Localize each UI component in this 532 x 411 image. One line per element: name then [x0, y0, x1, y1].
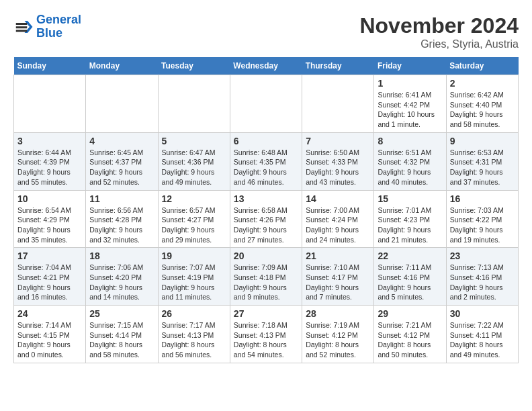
day-number: 20: [234, 250, 298, 261]
logo-icon: [13, 17, 34, 37]
day-info: Sunrise: 7:07 AM Sunset: 4:19 PM Dayligh…: [162, 263, 226, 302]
day-number: 17: [17, 250, 82, 261]
day-info: Sunrise: 6:56 AM Sunset: 4:28 PM Dayligh…: [89, 205, 154, 245]
day-number: 27: [234, 308, 298, 319]
day-cell: 25Sunrise: 7:15 AM Sunset: 4:14 PM Dayli…: [86, 306, 158, 363]
day-cell: 12Sunrise: 6:57 AM Sunset: 4:27 PM Dayli…: [158, 190, 230, 248]
day-info: Sunrise: 6:45 AM Sunset: 4:37 PM Dayligh…: [89, 148, 154, 187]
day-cell: 24Sunrise: 7:14 AM Sunset: 4:15 PM Dayli…: [14, 306, 86, 363]
day-number: 23: [450, 250, 515, 261]
day-cell: 21Sunrise: 7:10 AM Sunset: 4:17 PM Dayli…: [302, 248, 374, 306]
day-number: 8: [378, 136, 442, 146]
day-info: Sunrise: 7:00 AM Sunset: 4:24 PM Dayligh…: [306, 205, 370, 245]
day-cell: 10Sunrise: 6:54 AM Sunset: 4:29 PM Dayli…: [14, 190, 86, 248]
day-number: 22: [378, 250, 442, 261]
day-info: Sunrise: 6:48 AM Sunset: 4:35 PM Dayligh…: [234, 148, 298, 187]
day-cell: [86, 75, 158, 133]
logo-line2: Blue: [36, 26, 62, 40]
day-number: 24: [17, 308, 82, 319]
day-cell: [158, 75, 230, 133]
day-cell: 11Sunrise: 6:56 AM Sunset: 4:28 PM Dayli…: [86, 190, 158, 248]
day-number: 7: [306, 136, 370, 146]
day-cell: 7Sunrise: 6:50 AM Sunset: 4:33 PM Daylig…: [302, 132, 374, 190]
day-info: Sunrise: 7:11 AM Sunset: 4:16 PM Dayligh…: [378, 263, 442, 302]
day-info: Sunrise: 7:19 AM Sunset: 4:12 PM Dayligh…: [306, 320, 370, 360]
day-cell: 13Sunrise: 6:58 AM Sunset: 4:26 PM Dayli…: [230, 190, 302, 248]
day-cell: 6Sunrise: 6:48 AM Sunset: 4:35 PM Daylig…: [230, 132, 302, 190]
day-info: Sunrise: 7:10 AM Sunset: 4:17 PM Dayligh…: [306, 263, 370, 302]
day-cell: 5Sunrise: 6:47 AM Sunset: 4:36 PM Daylig…: [158, 132, 230, 190]
day-number: 16: [450, 193, 515, 204]
day-info: Sunrise: 7:21 AM Sunset: 4:12 PM Dayligh…: [378, 320, 442, 360]
page-header: General Blue November 2024 Gries, Styria…: [13, 13, 519, 50]
day-info: Sunrise: 6:57 AM Sunset: 4:27 PM Dayligh…: [162, 205, 226, 245]
day-info: Sunrise: 6:47 AM Sunset: 4:36 PM Dayligh…: [162, 148, 226, 187]
day-cell: 3Sunrise: 6:44 AM Sunset: 4:39 PM Daylig…: [14, 132, 86, 190]
day-info: Sunrise: 7:22 AM Sunset: 4:11 PM Dayligh…: [450, 320, 515, 360]
day-info: Sunrise: 7:17 AM Sunset: 4:13 PM Dayligh…: [162, 320, 226, 360]
day-cell: 2Sunrise: 6:42 AM Sunset: 4:40 PM Daylig…: [446, 75, 518, 133]
day-info: Sunrise: 6:42 AM Sunset: 4:40 PM Dayligh…: [450, 90, 515, 130]
day-cell: 8Sunrise: 6:51 AM Sunset: 4:32 PM Daylig…: [374, 132, 446, 190]
day-cell: 28Sunrise: 7:19 AM Sunset: 4:12 PM Dayli…: [302, 306, 374, 363]
day-cell: 30Sunrise: 7:22 AM Sunset: 4:11 PM Dayli…: [446, 306, 518, 363]
day-number: 28: [306, 308, 370, 319]
day-number: 2: [450, 78, 515, 89]
day-cell: 16Sunrise: 7:03 AM Sunset: 4:22 PM Dayli…: [446, 190, 518, 248]
day-info: Sunrise: 7:04 AM Sunset: 4:21 PM Dayligh…: [17, 263, 82, 302]
day-number: 29: [378, 308, 442, 319]
day-number: 4: [89, 136, 154, 146]
day-number: 1: [378, 78, 442, 89]
day-info: Sunrise: 7:13 AM Sunset: 4:16 PM Dayligh…: [450, 263, 515, 302]
day-cell: 26Sunrise: 7:17 AM Sunset: 4:13 PM Dayli…: [158, 306, 230, 363]
day-cell: 29Sunrise: 7:21 AM Sunset: 4:12 PM Dayli…: [374, 306, 446, 363]
day-info: Sunrise: 7:03 AM Sunset: 4:22 PM Dayligh…: [450, 205, 515, 245]
header-saturday: Saturday: [446, 57, 518, 75]
logo: General Blue: [13, 13, 81, 40]
day-number: 26: [162, 308, 226, 319]
day-cell: 18Sunrise: 7:06 AM Sunset: 4:20 PM Dayli…: [86, 248, 158, 306]
day-cell: 4Sunrise: 6:45 AM Sunset: 4:37 PM Daylig…: [86, 132, 158, 190]
calendar-title: November 2024: [359, 13, 519, 38]
day-info: Sunrise: 6:51 AM Sunset: 4:32 PM Dayligh…: [378, 148, 442, 187]
day-info: Sunrise: 7:15 AM Sunset: 4:14 PM Dayligh…: [89, 320, 154, 360]
day-number: 30: [450, 308, 515, 319]
day-number: 19: [162, 250, 226, 261]
day-cell: 15Sunrise: 7:01 AM Sunset: 4:23 PM Dayli…: [374, 190, 446, 248]
day-cell: 27Sunrise: 7:18 AM Sunset: 4:13 PM Dayli…: [230, 306, 302, 363]
day-info: Sunrise: 6:58 AM Sunset: 4:26 PM Dayligh…: [234, 205, 298, 245]
day-info: Sunrise: 6:53 AM Sunset: 4:31 PM Dayligh…: [450, 148, 515, 187]
header-monday: Monday: [86, 57, 158, 75]
week-row-3: 10Sunrise: 6:54 AM Sunset: 4:29 PM Dayli…: [14, 190, 519, 248]
title-block: November 2024 Gries, Styria, Austria: [359, 13, 519, 50]
header-thursday: Thursday: [302, 57, 374, 75]
svg-rect-3: [16, 26, 28, 28]
day-number: 6: [234, 136, 298, 146]
day-cell: 19Sunrise: 7:07 AM Sunset: 4:19 PM Dayli…: [158, 248, 230, 306]
header-sunday: Sunday: [14, 57, 86, 75]
day-number: 14: [306, 193, 370, 204]
header-tuesday: Tuesday: [158, 57, 230, 75]
day-cell: 20Sunrise: 7:09 AM Sunset: 4:18 PM Dayli…: [230, 248, 302, 306]
day-number: 5: [162, 136, 226, 146]
header-row: SundayMondayTuesdayWednesdayThursdayFrid…: [14, 57, 519, 75]
day-number: 9: [450, 136, 515, 146]
day-number: 25: [89, 308, 154, 319]
calendar-subtitle: Gries, Styria, Austria: [359, 38, 519, 50]
day-info: Sunrise: 7:01 AM Sunset: 4:23 PM Dayligh…: [378, 205, 442, 245]
day-info: Sunrise: 7:09 AM Sunset: 4:18 PM Dayligh…: [234, 263, 298, 302]
week-row-4: 17Sunrise: 7:04 AM Sunset: 4:21 PM Dayli…: [14, 248, 519, 306]
day-info: Sunrise: 7:06 AM Sunset: 4:20 PM Dayligh…: [89, 263, 154, 302]
day-info: Sunrise: 6:50 AM Sunset: 4:33 PM Dayligh…: [306, 148, 370, 187]
day-number: 10: [17, 193, 82, 204]
day-number: 15: [378, 193, 442, 204]
week-row-1: 1Sunrise: 6:41 AM Sunset: 4:42 PM Daylig…: [14, 75, 519, 133]
calendar-table: SundayMondayTuesdayWednesdayThursdayFrid…: [13, 57, 519, 363]
day-info: Sunrise: 7:18 AM Sunset: 4:13 PM Dayligh…: [234, 320, 298, 360]
week-row-5: 24Sunrise: 7:14 AM Sunset: 4:15 PM Dayli…: [14, 306, 519, 363]
day-cell: 23Sunrise: 7:13 AM Sunset: 4:16 PM Dayli…: [446, 248, 518, 306]
day-number: 21: [306, 250, 370, 261]
day-cell: 14Sunrise: 7:00 AM Sunset: 4:24 PM Dayli…: [302, 190, 374, 248]
day-info: Sunrise: 7:14 AM Sunset: 4:15 PM Dayligh…: [17, 320, 82, 360]
day-number: 12: [162, 193, 226, 204]
